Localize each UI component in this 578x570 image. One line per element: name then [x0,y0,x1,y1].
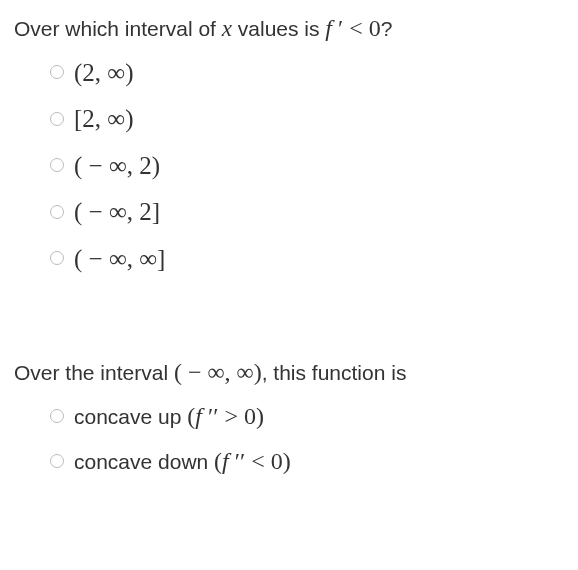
radio-icon[interactable] [50,251,64,265]
radio-icon[interactable] [50,205,64,219]
option-label: [2, ∞) [74,100,133,138]
q2-suffix: , this function is [262,361,407,384]
option-row[interactable]: concave up (f ′′ > 0) [50,398,564,434]
option-row[interactable]: (2, ∞) [50,54,564,92]
q1-suffix: ? [381,17,393,40]
question-1-options: (2, ∞) [2, ∞) ( − ∞, 2) ( − ∞, 2] ( − ∞,… [14,54,564,278]
option-row[interactable]: concave down (f ′′ < 0) [50,443,564,479]
option-row[interactable]: ( − ∞, 2) [50,147,564,185]
question-2-options: concave up (f ′′ > 0) concave down (f ′′… [14,398,564,479]
option-text: concave up [74,405,187,428]
q2-interval: ( − ∞, ∞) [174,359,262,385]
q2-prefix: Over the interval [14,361,174,384]
option-label: concave down (f ′′ < 0) [74,443,291,479]
radio-icon[interactable] [50,158,64,172]
option-label: ( − ∞, 2) [74,147,160,185]
radio-icon[interactable] [50,409,64,423]
option-row[interactable]: ( − ∞, ∞] [50,240,564,278]
radio-icon[interactable] [50,454,64,468]
option-label: ( − ∞, 2] [74,193,160,231]
option-math: (f ′′ < 0) [214,448,291,474]
radio-icon[interactable] [50,112,64,126]
option-label: ( − ∞, ∞] [74,240,165,278]
option-text: concave down [74,450,214,473]
radio-icon[interactable] [50,65,64,79]
option-row[interactable]: [2, ∞) [50,100,564,138]
question-2-text: Over the interval ( − ∞, ∞), this functi… [14,356,564,390]
option-row[interactable]: ( − ∞, 2] [50,193,564,231]
q1-expr: f ′ < 0 [325,15,380,41]
q1-middle: values is [232,17,325,40]
q1-prefix: Over which interval of [14,17,222,40]
option-math: (f ′′ > 0) [187,403,264,429]
q1-var: x [222,16,232,41]
option-label: (2, ∞) [74,54,133,92]
option-label: concave up (f ′′ > 0) [74,398,264,434]
question-1-text: Over which interval of x values is f ′ <… [14,12,564,46]
